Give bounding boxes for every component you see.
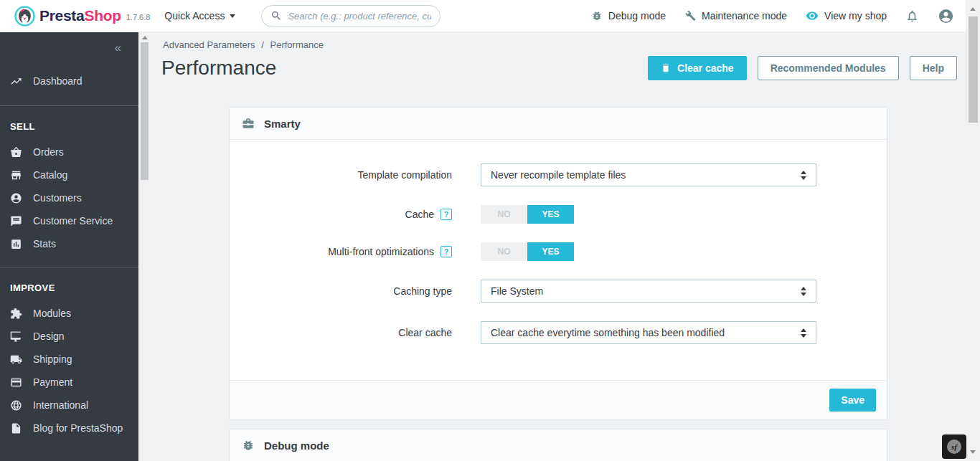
svg-text:sf: sf [951, 442, 958, 451]
debug-panel-header: Debug mode [230, 429, 887, 461]
panel-title: Debug mode [264, 439, 329, 452]
select-arrows-icon [801, 328, 806, 338]
sidebar-item-label: Modules [33, 308, 71, 319]
breadcrumb-current[interactable]: Performance [270, 39, 324, 50]
sidebar-item-label: Stats [33, 238, 56, 249]
sidebar-item-label: International [33, 399, 88, 411]
sidebar-item-dashboard[interactable]: Dashboard [0, 68, 138, 94]
save-button[interactable]: Save [829, 389, 876, 412]
smarty-panel-footer: Save [230, 380, 887, 419]
trash-icon [661, 63, 671, 73]
sidebar-item-stats[interactable]: Stats [0, 232, 138, 255]
caching-type-select[interactable]: File System [481, 280, 816, 303]
caching-type-row: Caching type File System [230, 280, 887, 303]
sidebar-item-catalog[interactable]: Catalog [0, 163, 138, 186]
version-label: 1.7.6.8 [126, 13, 151, 22]
user-icon [938, 8, 954, 24]
select-value: Never recompile template files [491, 169, 626, 181]
bar-chart-icon [10, 238, 22, 250]
chat-icon [10, 215, 22, 227]
cache-row: Cache ? NO YES [230, 205, 887, 224]
sidebar-item-blog[interactable]: Blog for PrestaShop [0, 417, 138, 439]
sidebar-item-orders[interactable]: Orders [0, 141, 138, 163]
clear-cache-select[interactable]: Clear cache everytime something has been… [481, 321, 816, 344]
document-icon [10, 422, 22, 434]
debug-mode-link[interactable]: Debug mode [591, 10, 666, 22]
toggle-yes-button[interactable]: YES [527, 242, 574, 261]
scrollbar-thumb[interactable] [141, 42, 149, 180]
sidebar-item-label: Payment [33, 376, 72, 388]
store-icon [10, 169, 22, 181]
clear-cache-button[interactable]: Clear cache [648, 56, 747, 80]
notifications-button[interactable] [905, 9, 919, 23]
cache-toggle: NO YES [481, 205, 574, 224]
brand-wordmark: PrestaShop [39, 7, 121, 24]
symfony-icon: sf [946, 438, 963, 455]
sidebar-item-label: Customers [33, 192, 82, 204]
page-title: Performance [161, 57, 276, 80]
select-arrows-icon [801, 171, 806, 180]
recommended-modules-button[interactable]: Recommended Modules [758, 56, 899, 80]
multifront-row: Multi-front optimizations ? NO YES [230, 242, 887, 261]
template-compilation-select[interactable]: Never recompile template files [481, 163, 816, 186]
breadcrumb-parent[interactable]: Advanced Parameters [163, 39, 255, 50]
truck-icon [10, 353, 22, 366]
help-tooltip-icon[interactable]: ? [440, 246, 452, 257]
view-my-shop-label: View my shop [824, 10, 887, 22]
toggle-yes-button[interactable]: YES [527, 205, 574, 224]
sidebar-item-customers[interactable]: Customers [0, 186, 138, 209]
sidebar-item-label: Design [33, 331, 65, 342]
account-menu-button[interactable] [938, 8, 954, 24]
scroll-up-arrow[interactable] [970, 7, 976, 11]
sidebar-collapse-button[interactable]: « [0, 32, 138, 58]
window-scrollbar[interactable] [966, 0, 980, 461]
sidebar-section-improve: IMPROVE [0, 267, 138, 302]
toggle-no-button[interactable]: NO [481, 242, 527, 261]
globe-icon [10, 399, 22, 412]
scroll-up-arrow[interactable] [142, 36, 148, 39]
prestashop-logo: PrestaShop 1.7.6.8 [0, 6, 150, 27]
field-label: Clear cache [230, 327, 452, 338]
sidebar: « Dashboard SELL Orders Catalog Customer… [0, 32, 138, 461]
search-icon [270, 10, 282, 22]
sidebar-item-label: Catalog [33, 169, 67, 181]
select-value: Clear cache everytime something has been… [491, 327, 725, 338]
sidebar-item-modules[interactable]: Modules [0, 302, 138, 325]
multifront-toggle: NO YES [481, 242, 574, 261]
help-tooltip-icon[interactable]: ? [440, 209, 452, 220]
bug-icon [242, 439, 255, 452]
sidebar-item-label: Shipping [33, 353, 72, 365]
search-input[interactable] [288, 11, 431, 22]
scroll-down-arrow[interactable] [970, 450, 976, 454]
sidebar-item-customer-service[interactable]: Customer Service [0, 209, 138, 232]
monitor-icon [10, 331, 22, 343]
sidebar-item-label: Dashboard [33, 75, 83, 87]
sidebar-item-label: Blog for PrestaShop [33, 422, 123, 434]
smarty-panel-header: Smarty [230, 108, 887, 140]
chevron-down-icon [230, 14, 235, 18]
field-label: Multi-front optimizations ? [230, 246, 452, 257]
global-search[interactable] [261, 5, 440, 27]
quick-access-dropdown[interactable]: Quick Access [164, 10, 235, 22]
bell-icon [905, 9, 919, 23]
select-value: File System [491, 285, 543, 297]
breadcrumb: Advanced Parameters / Performance [151, 32, 966, 50]
main-content: Advanced Parameters / Performance Perfor… [151, 32, 966, 461]
sidebar-item-design[interactable]: Design [0, 325, 138, 348]
sidebar-item-shipping[interactable]: Shipping [0, 348, 138, 371]
prestashop-mascot-icon [14, 6, 35, 27]
briefcase-icon [242, 117, 255, 130]
sidebar-item-payment[interactable]: Payment [0, 371, 138, 394]
sidebar-item-international[interactable]: International [0, 394, 138, 417]
wrench-icon [684, 10, 696, 22]
sidebar-item-label: Customer Service [33, 215, 113, 227]
basket-icon [10, 146, 22, 158]
smarty-panel: Smarty Template compilation Never recomp… [229, 107, 887, 420]
maintenance-mode-link[interactable]: Maintenance mode [684, 10, 787, 22]
scrollbar-thumb[interactable] [969, 16, 978, 123]
symfony-profiler-button[interactable]: sf [942, 434, 966, 459]
view-my-shop-link[interactable]: View my shop [806, 9, 887, 22]
toggle-no-button[interactable]: NO [481, 205, 527, 224]
help-button[interactable]: Help [910, 56, 957, 80]
sidebar-scrollbar[interactable] [138, 32, 151, 461]
